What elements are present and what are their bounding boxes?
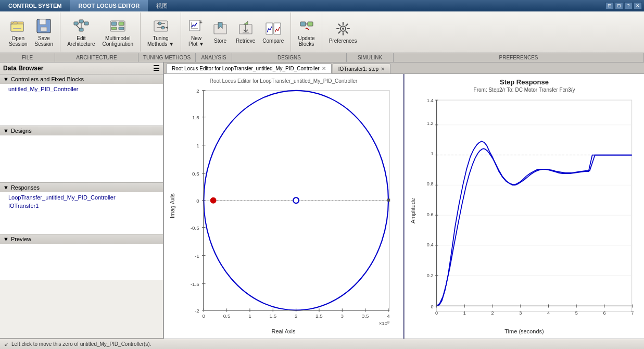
svg-line-46 <box>338 24 340 26</box>
loop-transfer-item[interactable]: LoopTransfer_untitled_My_PID_Controller <box>0 193 163 202</box>
save-icon <box>35 18 52 34</box>
svg-text:2: 2 <box>491 310 494 316</box>
plot-panels: Root Locus Editor for LoopTransfer_untit… <box>164 74 644 339</box>
rl-plot-title: Root Locus Editor for LoopTransfer_untit… <box>168 78 399 84</box>
sr-y-label: Amplitude <box>409 95 417 327</box>
svg-point-21 <box>158 22 161 25</box>
preview-content <box>0 244 163 280</box>
svg-text:5: 5 <box>575 310 578 316</box>
svg-point-93 <box>210 197 216 203</box>
preferences-section-header: PREFERENCES <box>394 53 644 62</box>
title-tab-control-system[interactable]: CONTROL SYSTEM <box>0 0 70 11</box>
compare-button[interactable]: Compare <box>259 18 287 46</box>
svg-text:0.8: 0.8 <box>427 181 434 186</box>
rl-y-label: Imag Axis <box>168 85 176 327</box>
new-plot-button[interactable]: + NewPlot ▼ <box>184 16 208 49</box>
title-bar-icons: ⊟ ⊡ ? ✕ <box>603 0 644 11</box>
plot-area: Root Locus Editor for LoopTransfer_untit… <box>164 63 644 339</box>
simulink-section-header: SIMULINK <box>347 53 394 62</box>
svg-text:2: 2 <box>196 88 199 94</box>
controllers-label: Controllers and Fixed Blocks <box>11 76 84 82</box>
architecture-section-header: ARCHITECTURE <box>55 53 138 62</box>
svg-line-47 <box>346 32 347 33</box>
compare-label: Compare <box>262 38 284 44</box>
responses-section-header[interactable]: ▼ Responses <box>0 183 163 192</box>
svg-text:1.5: 1.5 <box>270 313 277 319</box>
step-response-tab-close[interactable]: ✕ <box>381 66 385 72</box>
svg-text:1: 1 <box>248 313 251 319</box>
svg-rect-18 <box>119 27 124 30</box>
open-session-button[interactable]: OpenSession <box>5 16 31 49</box>
title-tab-root-locus[interactable]: ROOT LOCUS EDITOR <box>70 0 148 11</box>
root-locus-tab-close[interactable]: ✕ <box>322 66 326 71</box>
svg-rect-6 <box>74 22 78 25</box>
pid-controller-item[interactable]: untitled_My_PID_Controller <box>0 85 163 93</box>
preferences-icon <box>335 20 351 37</box>
svg-rect-8 <box>84 22 89 25</box>
edit-architecture-button[interactable]: EditArchitecture <box>64 16 98 49</box>
svg-text:6: 6 <box>603 310 605 316</box>
preview-section: ▼ Preview <box>0 234 163 339</box>
svg-text:-1: -1 <box>195 253 199 259</box>
svg-rect-5 <box>41 27 47 31</box>
svg-text:2: 2 <box>295 313 297 319</box>
svg-rect-98 <box>437 100 632 311</box>
preview-label: Preview <box>11 236 31 242</box>
svg-rect-95 <box>387 198 390 201</box>
svg-rect-2 <box>13 28 21 29</box>
svg-text:0.2: 0.2 <box>427 273 434 278</box>
sr-chart-container: Amplitude 0 0.2 0.4 0.6 0.8 <box>409 95 640 327</box>
svg-text:3.5: 3.5 <box>362 313 369 319</box>
designs-label: Designs <box>11 128 32 134</box>
tuning-methods-button[interactable]: TuningMethods ▼ <box>144 16 178 49</box>
svg-rect-37 <box>308 22 313 26</box>
svg-line-48 <box>346 24 347 26</box>
open-session-label: OpenSession <box>9 35 28 47</box>
svg-text:3: 3 <box>341 313 344 319</box>
svg-text:0.6: 0.6 <box>427 212 434 217</box>
svg-text:7: 7 <box>631 310 634 316</box>
toolbar: OpenSession SaveSession <box>0 11 644 53</box>
step-response-tab[interactable]: IOTransfer1: step ✕ <box>333 64 390 73</box>
store-button[interactable]: Store <box>208 18 232 46</box>
svg-text:×10⁸: ×10⁸ <box>379 320 390 326</box>
save-session-label: SaveSession <box>35 35 54 47</box>
minimize-icon[interactable]: ⊟ <box>605 2 614 9</box>
close-icon[interactable]: ✕ <box>634 2 642 9</box>
svg-rect-1 <box>11 24 23 31</box>
preview-section-header[interactable]: ▼ Preview <box>0 234 163 244</box>
retrieve-icon <box>237 20 254 37</box>
analysis-section-header: ANALYSIS <box>196 53 232 62</box>
designs-section-header[interactable]: ▼ Designs <box>0 126 163 135</box>
title-tab-view[interactable]: 视图 <box>148 0 176 11</box>
tuning-methods-group: TuningMethods ▼ <box>141 13 181 52</box>
update-blocks-label: UpdateBlocks <box>298 35 314 47</box>
svg-rect-36 <box>300 22 306 26</box>
preview-expand-icon: ▼ <box>3 236 9 242</box>
svg-line-13 <box>76 25 80 29</box>
help-icon[interactable]: ? <box>624 2 633 9</box>
step-response-tab-label: IOTransfer1: step <box>338 66 378 72</box>
maximize-icon[interactable]: ⊡ <box>615 2 623 9</box>
svg-rect-15 <box>111 22 117 26</box>
svg-text:0.5: 0.5 <box>223 313 231 319</box>
plot-tabs: Root Locus Editor for LoopTransfer_untit… <box>164 63 644 74</box>
controllers-section-header[interactable]: ▼ Controllers and Fixed Blocks <box>0 74 163 84</box>
architecture-group: EditArchitecture MultimodelConfiguration <box>60 13 141 52</box>
edit-architecture-label: EditArchitecture <box>67 35 95 47</box>
retrieve-button[interactable]: Retrieve <box>232 18 259 46</box>
controllers-content: untitled_My_PID_Controller <box>0 84 163 126</box>
svg-text:0: 0 <box>203 313 206 319</box>
store-icon <box>212 20 229 37</box>
svg-rect-16 <box>119 22 124 26</box>
retrieve-label: Retrieve <box>236 38 255 44</box>
update-blocks-button[interactable]: UpdateBlocks <box>294 16 318 49</box>
svg-rect-4 <box>40 19 46 24</box>
preferences-button[interactable]: Preferences <box>325 18 361 46</box>
save-session-button[interactable]: SaveSession <box>31 16 57 49</box>
data-browser-menu-icon[interactable]: ☰ <box>153 64 160 72</box>
multimodel-config-button[interactable]: MultimodelConfiguration <box>99 16 137 49</box>
iotransfer-item[interactable]: IOTransfer1 <box>0 202 163 210</box>
root-locus-tab[interactable]: Root Locus Editor for LoopTransfer_untit… <box>166 64 332 73</box>
svg-text:4: 4 <box>547 310 550 316</box>
